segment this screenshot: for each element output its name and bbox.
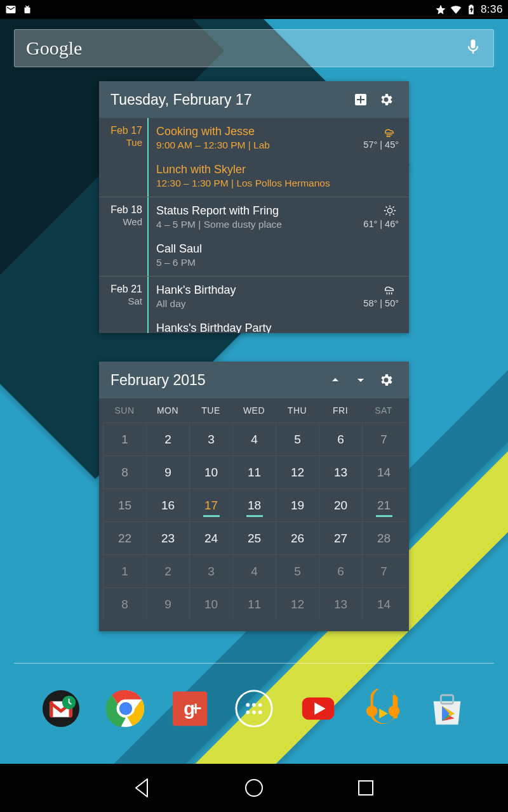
dow-header: SAT (362, 398, 405, 422)
calendar-day[interactable]: 11 (232, 455, 276, 488)
calendar-day[interactable]: 5 (276, 554, 319, 587)
calendar-day[interactable]: 6 (319, 422, 362, 455)
calendar-day[interactable]: 26 (276, 521, 319, 554)
calendar-day[interactable]: 14 (362, 587, 405, 620)
calendar-day[interactable]: 16 (146, 488, 189, 521)
calendar-widget[interactable]: February 2015 SUNMONTUEWEDTHUFRISAT 1234… (99, 362, 409, 631)
event-title: Status Report with Fring (156, 204, 357, 218)
google-search-bar[interactable]: Google (14, 29, 494, 67)
calendar-day[interactable]: 8 (103, 587, 146, 620)
calendar-day[interactable]: 10 (189, 455, 232, 488)
calendar-day[interactable]: 3 (189, 554, 232, 587)
agenda-event[interactable]: Call Saul5 – 6 PM (149, 237, 409, 275)
google-logo: Google (26, 37, 82, 59)
calendar-day[interactable]: 20 (319, 488, 362, 521)
calendar-day[interactable]: 1 (103, 422, 146, 455)
calendar-day[interactable]: 5 (276, 422, 319, 455)
calendar-header: February 2015 (99, 362, 409, 398)
calendar-day[interactable]: 25 (232, 521, 276, 554)
calendar-day[interactable]: 7 (362, 422, 405, 455)
calendar-day[interactable]: 17 (189, 488, 232, 521)
calendar-day[interactable]: 18 (232, 488, 276, 521)
agenda-day[interactable]: Feb 18WedStatus Report with Fring4 – 5 P… (99, 197, 409, 276)
agenda-event[interactable]: Cooking with Jesse9:00 AM – 12:30 PM | L… (149, 119, 409, 157)
app-google-plus[interactable]: g (170, 689, 210, 728)
calendar-day[interactable]: 2 (146, 554, 189, 587)
nav-recents-button[interactable] (354, 776, 377, 799)
calendar-day[interactable]: 7 (362, 554, 405, 587)
agenda-widget[interactable]: Tuesday, February 17 Feb 17TueCooking wi… (99, 81, 409, 333)
calendar-day[interactable]: 13 (319, 455, 362, 488)
calendar-day[interactable]: 9 (146, 455, 189, 488)
nav-back-button[interactable] (131, 776, 154, 799)
calendar-prev-button[interactable] (323, 367, 348, 393)
youtube-icon (298, 689, 338, 728)
agenda-day[interactable]: Feb 21SatHank's BirthdayAll day58° | 50°… (99, 276, 409, 333)
event-subtitle: 9:00 AM – 12:30 PM | Lab (156, 140, 357, 151)
event-subtitle: 4 – 5 PM | Some dusty place (156, 219, 357, 230)
calendar-settings-button[interactable] (373, 367, 399, 393)
calendar-day[interactable]: 24 (189, 521, 232, 554)
dow-header: SUN (103, 398, 146, 422)
dock: g (0, 674, 508, 743)
calendar-day[interactable]: 4 (232, 422, 276, 455)
calendar-day[interactable]: 15 (103, 488, 146, 521)
calendar-day[interactable]: 21 (362, 488, 405, 521)
app-play-music[interactable] (363, 689, 403, 728)
gear-icon (378, 372, 394, 388)
calendar-day[interactable]: 14 (362, 455, 405, 488)
agenda-date: Feb 18Wed (99, 197, 147, 276)
calendar-day[interactable]: 12 (276, 455, 319, 488)
agenda-event[interactable]: Hank's BirthdayAll day58° | 50° (149, 278, 409, 316)
calendar-day[interactable]: 12 (276, 587, 319, 620)
calendar-day[interactable]: 23 (146, 521, 189, 554)
status-time: 8:36 (481, 3, 503, 16)
app-gmail[interactable] (41, 689, 81, 728)
sun-icon (381, 204, 399, 218)
calendar-day[interactable]: 1 (103, 554, 146, 587)
event-subtitle: All day (156, 298, 357, 310)
event-title: Hanks's Birthday Party (156, 321, 401, 333)
calendar-day[interactable]: 2 (146, 422, 189, 455)
voice-search-button[interactable] (464, 38, 482, 58)
app-drawer-icon (234, 689, 274, 728)
agenda-title: Tuesday, February 17 (110, 91, 348, 108)
calendar-day[interactable]: 3 (189, 422, 232, 455)
svg-point-18 (252, 703, 256, 707)
calendar-title: February 2015 (110, 372, 323, 389)
app-play-store[interactable] (427, 689, 467, 728)
dock-separator (14, 663, 494, 664)
microphone-icon (464, 38, 482, 56)
svg-point-27 (246, 780, 262, 796)
agenda-event[interactable]: Hanks's Birthday Party (149, 316, 409, 333)
nav-home-button[interactable] (243, 776, 265, 799)
calendar-day[interactable]: 11 (232, 587, 276, 620)
calendar-day[interactable]: 10 (189, 587, 232, 620)
calendar-day[interactable]: 9 (146, 587, 189, 620)
calendar-day[interactable]: 8 (103, 455, 146, 488)
calendar-next-button[interactable] (348, 367, 373, 393)
calendar-day[interactable]: 28 (362, 521, 405, 554)
battery-charging-icon (465, 4, 477, 15)
calendar-day[interactable]: 13 (319, 587, 362, 620)
svg-point-17 (246, 703, 250, 707)
star-icon (435, 4, 446, 15)
add-event-button[interactable] (348, 87, 373, 112)
agenda-settings-button[interactable] (373, 87, 399, 112)
google-plus-icon: g (170, 689, 210, 728)
calendar-day[interactable]: 27 (319, 521, 362, 554)
dow-header: FRI (319, 398, 362, 422)
dow-header: MON (146, 398, 189, 422)
agenda-date: Feb 17Tue (99, 118, 147, 197)
app-youtube[interactable] (298, 689, 338, 728)
calendar-day[interactable]: 4 (232, 554, 276, 587)
gear-icon (378, 92, 394, 107)
agenda-event[interactable]: Status Report with Fring4 – 5 PM | Some … (149, 199, 409, 237)
calendar-day[interactable]: 6 (319, 554, 362, 587)
app-drawer-button[interactable] (234, 689, 274, 728)
app-chrome[interactable] (106, 689, 145, 728)
calendar-day[interactable]: 22 (103, 521, 146, 554)
calendar-day[interactable]: 19 (276, 488, 319, 521)
agenda-event[interactable]: Lunch with Skyler12:30 – 1:30 PM | Los P… (149, 157, 409, 195)
agenda-day[interactable]: Feb 17TueCooking with Jesse9:00 AM – 12:… (99, 118, 409, 197)
